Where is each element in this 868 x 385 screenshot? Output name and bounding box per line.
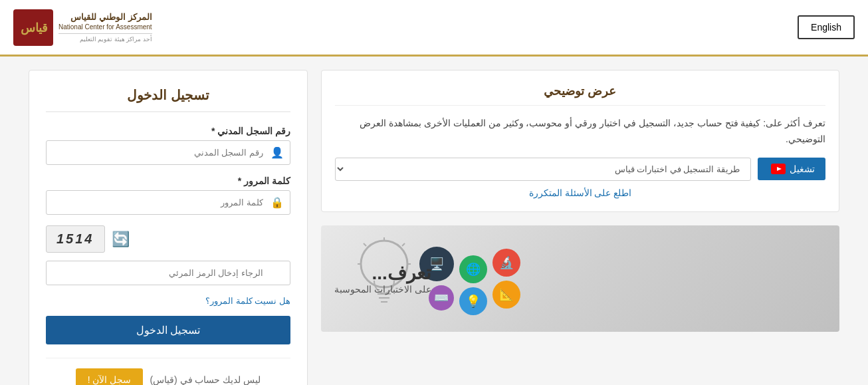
captcha-input-group: [46, 261, 290, 285]
tutorial-box: عرض توضيحي تعرف أكثر على: كيفية فتح حساب…: [321, 70, 839, 212]
captcha-input[interactable]: [46, 261, 290, 285]
password-label: كلمة المرور *: [46, 176, 290, 186]
tutorial-dropdown[interactable]: طريقة التسجيل في اختبارات قياس: [335, 158, 751, 181]
captcha-refresh-icon[interactable]: 🔄: [112, 231, 130, 248]
svg-marker-2: [777, 167, 782, 171]
header-logo: المركز الوطني للقياس National Center for…: [13, 9, 152, 46]
play-button[interactable]: تشغيل: [758, 158, 825, 180]
password-input[interactable]: [46, 190, 290, 215]
header: English المركز الوطني للقياس National Ce…: [0, 0, 868, 57]
captcha-area: 🔄 1514: [46, 225, 290, 253]
logo-subtitle: أحد مراكز هيئة تقويم التعليم: [58, 33, 152, 43]
left-panel: عرض توضيحي تعرف أكثر على: كيفية فتح حساب…: [321, 70, 839, 385]
info-banner: 🔬 📐 🌐 💡 🖥️ ⌨️: [321, 225, 839, 332]
register-button[interactable]: سجل الآن !: [76, 368, 144, 385]
logo-main: المركز الوطني للقياس National Center for…: [13, 9, 152, 46]
play-button-label: تشغيل: [790, 164, 815, 174]
captcha-image: 1514: [46, 225, 105, 253]
banner-text: تعرف... على الاختبارات المحوسبة: [334, 262, 431, 295]
captcha-input-wrapper: [46, 261, 290, 285]
logo-icon: قياس: [13, 9, 53, 46]
circle-icon-green: 🌐: [459, 255, 487, 283]
login-panel: تسجيل الدخول رقم السجل المدني * 👤 كلمة ا…: [29, 70, 308, 385]
circle-icon-blue: 💡: [459, 287, 487, 315]
national-id-group: رقم السجل المدني * 👤: [46, 126, 290, 165]
circle-icon-orange: 📐: [492, 281, 520, 309]
banner-title: تعرف...: [334, 262, 431, 284]
svg-line-10: [364, 243, 366, 246]
no-account-text: ليس لديك حساب في (قياس): [150, 374, 261, 385]
tutorial-title: عرض توضيحي: [335, 84, 825, 106]
password-group: كلمة المرور * 🔒: [46, 176, 290, 215]
register-section: ليس لديك حساب في (قياس) سجل الآن !: [46, 358, 290, 385]
english-button[interactable]: English: [798, 15, 855, 39]
circle-icon-red: 🔬: [492, 249, 520, 277]
faq-link[interactable]: اطلع على الأسئلة المتكررة: [335, 188, 825, 198]
circle-icon-purple: ⌨️: [429, 285, 454, 311]
tutorial-description: تعرف أكثر على: كيفية فتح حساب جديد، التس…: [335, 116, 825, 148]
logo-english-name: National Center for Assessment: [58, 23, 152, 31]
svg-line-11: [402, 243, 405, 246]
banner-subtitle: على الاختبارات المحوسبة: [334, 284, 431, 295]
login-title: تسجيل الدخول: [46, 87, 290, 112]
main-content: عرض توضيحي تعرف أكثر على: كيفية فتح حساب…: [15, 70, 853, 385]
national-id-input[interactable]: [46, 140, 290, 165]
logo-text-block: المركز الوطني للقياس National Center for…: [58, 12, 152, 43]
svg-text:قياس: قياس: [20, 21, 47, 35]
login-submit-button[interactable]: تسجيل الدخول: [46, 316, 290, 344]
person-icon: 👤: [271, 146, 284, 159]
logo-arabic-name: المركز الوطني للقياس: [58, 12, 152, 23]
national-id-wrapper: 👤: [46, 140, 290, 165]
password-wrapper: 🔒: [46, 190, 290, 215]
tutorial-controls: تشغيل طريقة التسجيل في اختبارات قياس: [335, 158, 825, 181]
national-id-label: رقم السجل المدني *: [46, 126, 290, 136]
forgot-password-link[interactable]: هل نسيت كلمة المرور؟: [46, 296, 290, 306]
youtube-icon: [771, 164, 786, 174]
lock-icon: 🔒: [271, 196, 284, 209]
